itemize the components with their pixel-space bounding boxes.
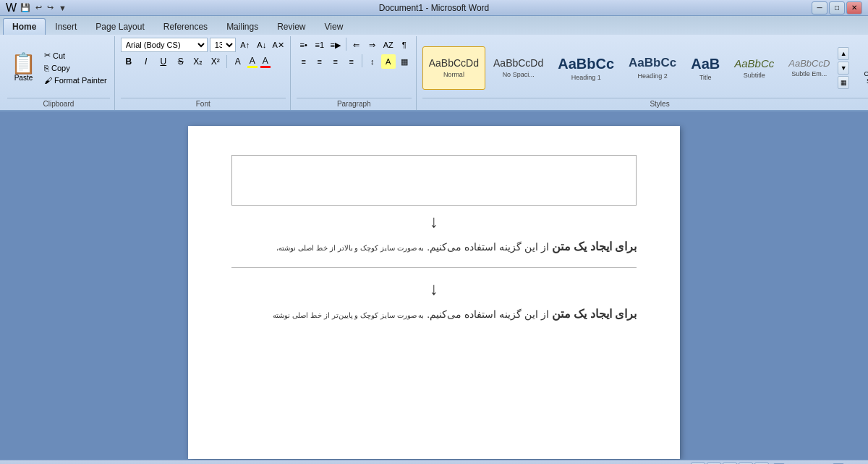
close-btn[interactable]: ✕	[846, 1, 862, 14]
shrink-font-btn[interactable]: A↓	[255, 38, 269, 52]
format-painter-label: Format Painter	[54, 76, 107, 85]
style-subtitle[interactable]: AaBbCc Subtitle	[728, 46, 780, 90]
style-h2-label: Heading 2	[638, 72, 668, 80]
customize-btn[interactable]: ▼	[57, 3, 68, 13]
underline-button[interactable]: U	[156, 54, 171, 69]
font-content: Arial (Body CS) 13 A↑ A↓ A✕ B I U S X₂ X…	[121, 38, 286, 98]
cut-button[interactable]: ✂ Cut	[41, 49, 110, 62]
style-subtitle-label: Subtitle	[744, 72, 765, 79]
numbered-list-btn[interactable]: ≡1	[312, 38, 327, 52]
quick-access-toolbar: W 💾 ↩ ↪ ▼	[6, 1, 68, 14]
bullet-list-btn[interactable]: ≡•	[297, 38, 311, 52]
align-right-btn[interactable]: ≡	[328, 54, 343, 69]
change-styles-btn[interactable]: A Change Styles	[854, 46, 868, 90]
tab-home[interactable]: Home	[3, 18, 46, 35]
arrow-2: ↓	[231, 279, 637, 299]
section1-mid: از این گزینه استفاده می‌کنیم.	[427, 241, 548, 253]
style-normal-label: Normal	[443, 71, 464, 78]
font-color-btn[interactable]: A	[260, 56, 271, 68]
document-page[interactable]: ↓ برای ایجاد یک متن از این گزینه استفاده…	[188, 126, 680, 459]
text-effects-btn[interactable]: A	[230, 54, 246, 69]
subscript-btn[interactable]: X₂	[190, 54, 206, 69]
ribbon: Home Insert Page Layout References Maili…	[0, 16, 868, 111]
tab-references[interactable]: References	[154, 18, 217, 35]
italic-button[interactable]: I	[138, 54, 154, 69]
align-center-btn[interactable]: ≡	[312, 54, 327, 69]
tab-mailings[interactable]: Mailings	[217, 18, 268, 35]
tab-insert[interactable]: Insert	[46, 18, 86, 35]
document-area: ↓ برای ایجاد یک متن از این گزینه استفاده…	[0, 111, 868, 460]
sort-btn[interactable]: AZ	[381, 38, 396, 52]
style-normal[interactable]: AaBbCcDd Normal	[422, 46, 485, 90]
style-title-label: Title	[699, 74, 712, 81]
copy-button[interactable]: ⎘ Copy	[41, 62, 110, 74]
tab-view[interactable]: View	[315, 18, 353, 35]
superscript-btn[interactable]: X²	[208, 54, 224, 69]
justify-btn[interactable]: ≡	[344, 54, 359, 69]
style-title[interactable]: AaB Title	[684, 46, 726, 90]
clipboard-content: 📋 Paste ✂ Cut ⎘ Copy 🖌 Format Painter	[7, 38, 110, 98]
top-box	[231, 155, 637, 206]
status-bar: Page: 1 of 1 Words: 38 ✓ Persian ▤ 📖 🌐 ≡…	[0, 460, 868, 464]
style-h1-preview: AaBbCc	[558, 55, 614, 72]
tab-review[interactable]: Review	[268, 18, 315, 35]
highlight-color-btn[interactable]: A	[247, 56, 258, 68]
paste-button[interactable]: 📋 Paste	[7, 51, 40, 84]
clipboard-group-label: Clipboard	[7, 98, 110, 109]
align-left-btn[interactable]: ≡	[297, 54, 311, 69]
highlight-icon: A	[250, 56, 255, 66]
tab-row: Home Insert Page Layout References Maili…	[0, 16, 868, 35]
style-nospace-label: No Spaci...	[503, 71, 535, 78]
group-paragraph: ≡• ≡1 ≡▶ ⇐ ⇒ AZ ¶ ≡ ≡ ≡ ≡ ↕ A	[292, 36, 417, 110]
shading-btn[interactable]: A	[381, 54, 396, 69]
undo-btn[interactable]: ↩	[34, 2, 43, 13]
font-row-1: Arial (Body CS) 13 A↑ A↓ A✕	[121, 38, 286, 52]
minimize-btn[interactable]: ─	[812, 1, 827, 14]
arrow-1: ↓	[231, 211, 637, 232]
styles-scroll-down[interactable]: ▼	[838, 62, 849, 75]
style-heading2[interactable]: AaBbCc Heading 2	[622, 46, 683, 90]
word-icon: W	[6, 1, 17, 14]
section1-text: برای ایجاد یک متن از این گزینه استفاده م…	[231, 237, 637, 256]
tab-page-layout[interactable]: Page Layout	[86, 18, 153, 35]
border-btn[interactable]: ▦	[397, 54, 412, 69]
font-name-select[interactable]: Arial (Body CS)	[121, 38, 208, 52]
section1-small: به صورت سایز کوچک و بالاتر از خط اصلی نو…	[276, 244, 424, 252]
decrease-indent-btn[interactable]: ⇐	[349, 38, 364, 52]
strikethrough-btn[interactable]: S	[173, 54, 189, 69]
format-painter-icon: 🖌	[44, 76, 52, 85]
cut-icon: ✂	[44, 51, 51, 60]
bold-button[interactable]: B	[121, 54, 137, 69]
restore-btn[interactable]: □	[829, 1, 845, 14]
style-h2-preview: AaBbCc	[629, 56, 676, 70]
multilevel-list-btn[interactable]: ≡▶	[328, 38, 343, 52]
font-size-select[interactable]: 13	[210, 38, 236, 52]
styles-scroll-up[interactable]: ▲	[838, 47, 849, 60]
clear-format-btn[interactable]: A✕	[271, 38, 286, 52]
group-font: Arial (Body CS) 13 A↑ A↓ A✕ B I U S X₂ X…	[116, 36, 291, 110]
style-nospace[interactable]: AaBbCcDd No Spaci...	[487, 46, 550, 90]
copy-icon: ⎘	[44, 64, 49, 72]
style-subtle-em[interactable]: AaBbCcD Subtle Em...	[782, 46, 836, 90]
increase-indent-btn[interactable]: ⇒	[365, 38, 380, 52]
paste-icon: 📋	[11, 54, 36, 74]
para-sep1	[346, 38, 346, 51]
styles-scroll: ▲ ▼ ▦	[838, 47, 849, 89]
grow-font-btn[interactable]: A↑	[238, 38, 252, 52]
format-painter-button[interactable]: 🖌 Format Painter	[41, 75, 110, 86]
style-heading1[interactable]: AaBbCc Heading 1	[551, 46, 621, 90]
redo-btn[interactable]: ↪	[46, 2, 55, 13]
para-sep2	[362, 54, 362, 67]
paragraph-content: ≡• ≡1 ≡▶ ⇐ ⇒ AZ ¶ ≡ ≡ ≡ ≡ ↕ A	[297, 38, 412, 98]
font-group-label: Font	[121, 98, 286, 109]
line-spacing-btn[interactable]: ↕	[365, 54, 380, 69]
group-styles: AaBbCcDd Normal AaBbCcDd No Spaci... AaB…	[418, 36, 868, 110]
clip-small-buttons: ✂ Cut ⎘ Copy 🖌 Format Painter	[41, 49, 110, 86]
title-bar: W 💾 ↩ ↪ ▼ Document1 - Microsoft Word ─ □…	[0, 0, 868, 16]
section2-text: برای ایجاد یک متن از این گزینه استفاده م…	[231, 305, 637, 324]
show-formatting-btn[interactable]: ¶	[397, 38, 412, 52]
copy-label: Copy	[51, 64, 70, 72]
font-color-bar	[260, 66, 271, 68]
styles-more-btn[interactable]: ▦	[838, 76, 849, 89]
save-quick-btn[interactable]: 💾	[19, 2, 32, 13]
